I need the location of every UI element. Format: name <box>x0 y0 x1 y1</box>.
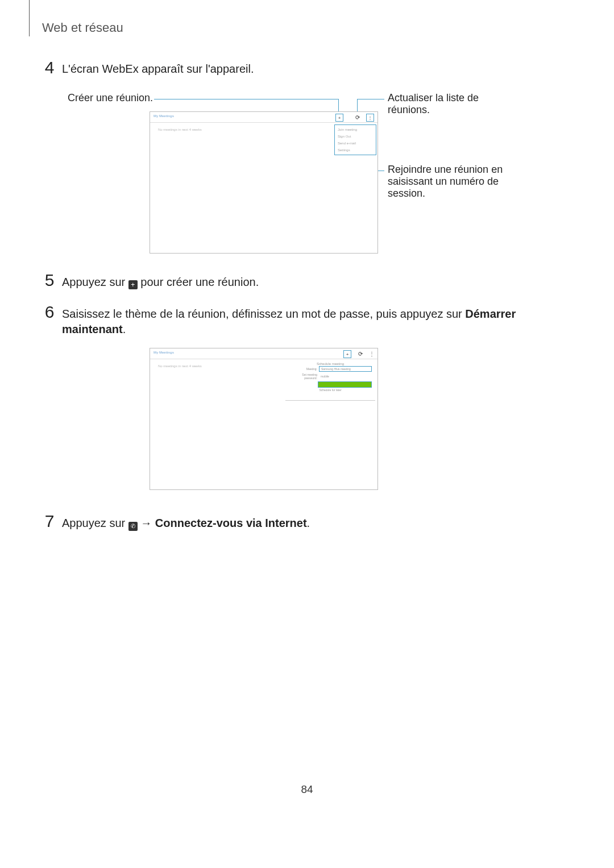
more-icon: ⋮ <box>366 114 374 122</box>
connector-line <box>357 99 384 99</box>
text: pour créer une réunion. <box>138 276 259 288</box>
menu-item: Join meeting <box>335 126 376 133</box>
my-meetings-label: My Meetings <box>154 114 174 118</box>
screenshot-toolbar: My Meetings + ⟳ ⋮ <box>150 348 377 359</box>
start-now-button <box>318 381 372 388</box>
callout-refresh-list: Actualiser la liste de réunions. <box>388 92 510 116</box>
step-5-number: 5 <box>41 271 58 290</box>
plus-icon: + <box>343 350 351 358</box>
connector-line <box>154 99 338 99</box>
text: . <box>123 323 126 335</box>
divider <box>285 400 375 401</box>
plus-icon: + <box>335 114 343 122</box>
screenshot-toolbar: My Meetings + ⟳ ⋮ <box>150 112 377 123</box>
margin-rule <box>29 0 30 36</box>
callout-join-session: Rejoindre une réunion en saisissant un n… <box>388 164 510 200</box>
my-meetings-label: My Meetings <box>154 351 174 354</box>
schedule-modal: Schedule meeting Meeting: Samsung Hive m… <box>285 361 375 398</box>
text: Saisissez le thème de la réunion, défini… <box>62 308 465 320</box>
connector-line <box>357 99 358 113</box>
menu-item: Sign Out <box>335 133 376 140</box>
step-7-number: 7 <box>41 512 58 531</box>
bold-text: Connectez-vous via Internet <box>155 517 307 529</box>
text: . <box>307 517 310 529</box>
overflow-menu: Join meeting Sign Out Send e-mail Settin… <box>334 124 376 155</box>
text: Appuyez sur <box>62 517 128 529</box>
empty-state-text: No meetings in next 4 weeks <box>158 364 202 368</box>
refresh-icon: ⟳ <box>358 351 363 356</box>
step-5-text: Appuyez sur + pour créer une réunion. <box>62 275 517 290</box>
section-header: Web et réseau <box>42 20 123 35</box>
menu-item: Settings <box>335 147 376 153</box>
callout-create-meeting: Créer une réunion. <box>68 92 153 104</box>
empty-state-text: No meetings in next 4 weeks <box>158 128 202 131</box>
more-icon: ⋮ <box>368 351 374 356</box>
screenshot-webex-schedule: My Meetings + ⟳ ⋮ No meetings in next 4 … <box>150 348 378 490</box>
password-label: Set meeting password: <box>289 373 317 380</box>
menu-item: Send e-mail <box>335 140 376 147</box>
step-7-text: Appuyez sur ✆ → Connectez-vous via Inter… <box>62 516 517 531</box>
arrow: → <box>138 517 155 529</box>
screenshot-webex-home: My Meetings + ⟳ ⋮ No meetings in next 4 … <box>150 111 378 254</box>
refresh-icon: ⟳ <box>355 114 360 120</box>
schedule-later-link: Schedule for later <box>285 388 375 392</box>
meeting-field: Samsung Hive meeting <box>319 366 372 372</box>
step-6-text: Saisissez le thème de la réunion, défini… <box>62 306 528 337</box>
step-6-number: 6 <box>41 302 58 322</box>
plus-icon: + <box>128 280 138 289</box>
connector-line <box>338 99 339 113</box>
step-4-text: L'écran WebEx apparaît sur l'appareil. <box>62 61 254 77</box>
step-4-number: 4 <box>41 58 58 77</box>
password-field: mobile <box>319 374 372 379</box>
page-number: 84 <box>0 783 614 796</box>
text: Appuyez sur <box>62 276 128 288</box>
audio-icon: ✆ <box>128 522 138 531</box>
meeting-label: Meeting: <box>289 367 317 371</box>
